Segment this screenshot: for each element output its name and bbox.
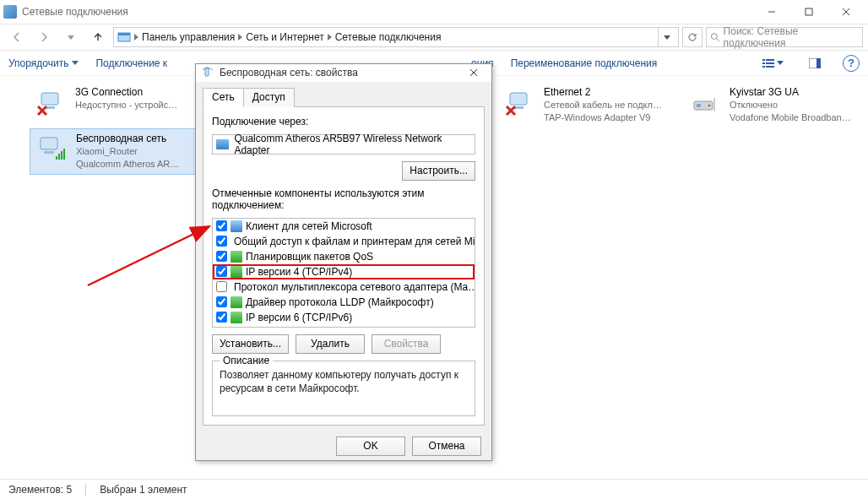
component-item[interactable]: Драйвер протокола LLDP (Майкрософт)	[213, 295, 475, 310]
maximize-button[interactable]	[790, 0, 827, 24]
svg-rect-8	[762, 66, 765, 68]
status-selected: Выбран 1 элемент	[100, 484, 187, 496]
svg-rect-2	[118, 33, 130, 35]
component-item-ipv4[interactable]: IP версии 4 (TCP/IPv4)	[213, 264, 475, 279]
svg-rect-25	[205, 68, 209, 76]
help-button[interactable]: ?	[843, 55, 860, 72]
dialog-close-button[interactable]	[461, 64, 486, 81]
network-folder-icon	[3, 5, 17, 19]
connection-name: Ethernet 2	[544, 86, 662, 99]
svg-rect-12	[41, 93, 58, 105]
component-item[interactable]: IP версии 6 (TCP/IPv6)	[213, 310, 475, 325]
wifi-properties-icon	[201, 66, 214, 79]
component-label: IP версии 4 (TCP/IPv4)	[246, 266, 352, 278]
component-item[interactable]: Клиент для сетей Microsoft	[213, 219, 475, 234]
connection-name: Беспроводная сеть	[76, 133, 179, 145]
connection-status: Недоступно - устройс…	[75, 99, 177, 111]
breadcrumb-b[interactable]: Сеть и Интернет	[246, 31, 323, 43]
remove-button[interactable]: Удалить	[296, 334, 365, 354]
tab-access[interactable]: Доступ	[244, 88, 295, 107]
separator	[85, 484, 86, 496]
network-card-icon	[216, 139, 229, 149]
svg-point-3	[711, 34, 717, 40]
breadcrumb-a[interactable]: Панель управления	[142, 31, 235, 43]
connection-network: Xiaomi_Router	[76, 145, 179, 158]
svg-rect-7	[766, 62, 774, 64]
minimize-button[interactable]	[753, 0, 790, 24]
window-title: Сетевые подключения	[22, 6, 753, 18]
up-button[interactable]	[86, 25, 110, 49]
chevron-right-icon	[328, 34, 332, 41]
connection-name: Kyivstar 3G UA	[730, 86, 851, 99]
svg-rect-17	[58, 154, 60, 160]
component-item[interactable]: Планировщик пакетов QoS	[213, 249, 475, 264]
component-checkbox[interactable]	[216, 281, 227, 292]
adapter-display: Qualcomm Atheros AR5B97 Wireless Network…	[212, 134, 475, 155]
chevron-right-icon	[134, 34, 138, 41]
chevron-right-icon	[238, 34, 242, 41]
connection-unavailable-icon	[35, 86, 68, 120]
svg-rect-11	[816, 58, 821, 68]
svg-rect-14	[41, 138, 57, 149]
protocol-icon	[231, 312, 242, 323]
properties-dialog: Беспроводная сеть: свойства Сеть Доступ …	[195, 63, 492, 461]
svg-rect-9	[766, 66, 774, 68]
navigation-bar: Панель управления Сеть и Интернет Сетевы…	[0, 24, 868, 51]
address-dropdown[interactable]	[658, 28, 675, 46]
connection-status: Сетевой кабель не подкл…	[544, 99, 662, 111]
properties-button[interactable]: Свойства	[372, 334, 441, 354]
component-label: Общий доступ к файлам и принтерам для се…	[234, 236, 475, 247]
component-label: Планировщик пакетов QoS	[246, 251, 373, 263]
search-box[interactable]: Поиск: Сетевые подключения	[706, 27, 863, 47]
svg-rect-15	[44, 151, 54, 154]
connection-name: 3G Connection	[75, 86, 177, 99]
connection-item[interactable]: Ethernet 2 Сетевой кабель не подкл… TAP-…	[498, 83, 697, 127]
ok-button[interactable]: OK	[336, 437, 405, 456]
view-options-button[interactable]	[758, 54, 787, 73]
component-checkbox[interactable]	[216, 220, 227, 231]
component-buttons: Установить... Удалить Свойства	[212, 334, 475, 354]
breadcrumb-c[interactable]: Сетевые подключения	[335, 31, 442, 43]
svg-rect-16	[56, 156, 57, 160]
component-list[interactable]: Клиент для сетей Microsoft Общий доступ …	[212, 218, 475, 328]
component-label: Протокол мультиплексора сетевого адаптер…	[234, 281, 475, 293]
svg-rect-4	[762, 59, 765, 61]
component-checkbox[interactable]	[216, 236, 227, 247]
client-icon	[231, 220, 242, 232]
search-placeholder: Поиск: Сетевые подключения	[724, 25, 859, 49]
connect-to-button[interactable]: Подключение к	[95, 57, 167, 69]
rename-button[interactable]: Переименование подключения	[511, 57, 658, 69]
dialog-titlebar[interactable]: Беспроводная сеть: свойства	[196, 64, 491, 82]
svg-rect-0	[806, 8, 812, 15]
refresh-button[interactable]	[682, 27, 703, 47]
component-checkbox[interactable]	[216, 266, 227, 277]
svg-rect-5	[766, 59, 774, 61]
components-label: Отмеченные компоненты используются этим …	[212, 187, 475, 211]
address-bar[interactable]: Панель управления Сеть и Интернет Сетевы…	[113, 27, 679, 47]
component-checkbox[interactable]	[216, 251, 227, 262]
component-item[interactable]: Общий доступ к файлам и принтерам для се…	[213, 234, 475, 249]
forward-button[interactable]	[32, 25, 56, 49]
component-checkbox[interactable]	[216, 312, 227, 323]
install-button[interactable]: Установить...	[212, 334, 289, 354]
search-icon	[710, 32, 720, 42]
component-checkbox[interactable]	[216, 296, 227, 307]
protocol-icon	[231, 266, 242, 278]
component-item[interactable]: Протокол мультиплексора сетевого адаптер…	[213, 279, 475, 295]
component-label: Драйвер протокола LLDP (Майкрософт)	[246, 296, 434, 308]
tab-network[interactable]: Сеть	[203, 88, 244, 107]
close-button[interactable]	[827, 0, 865, 24]
connection-item[interactable]: Kyivstar 3G UA Отключено Vodafone Mobile…	[684, 83, 861, 127]
svg-rect-6	[762, 62, 765, 64]
connection-adapter: TAP-Windows Adapter V9	[544, 111, 662, 124]
recent-locations-button[interactable]	[59, 25, 83, 49]
tab-body: Подключение через: Qualcomm Atheros AR5B…	[203, 106, 485, 426]
configure-button[interactable]: Настроить...	[402, 161, 475, 181]
back-button[interactable]	[5, 25, 29, 49]
adapter-name: Qualcomm Atheros AR5B97 Wireless Network…	[234, 133, 471, 156]
svg-rect-19	[63, 149, 65, 160]
organize-menu[interactable]: Упорядочить	[8, 57, 79, 69]
preview-pane-button[interactable]	[804, 54, 826, 73]
cancel-button[interactable]: Отмена	[412, 437, 481, 456]
svg-rect-23	[697, 104, 701, 107]
